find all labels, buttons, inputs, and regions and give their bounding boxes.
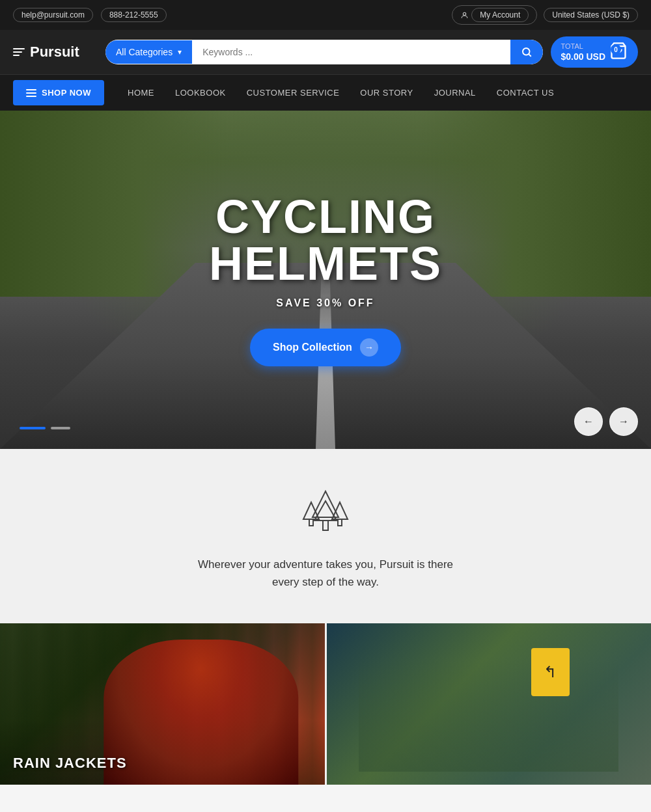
- search-bar: Pursuit All Categories TOTAL $0.00 USD 0: [0, 30, 651, 74]
- mid-tagline: Wherever your adventure takes you, Pursu…: [163, 556, 488, 591]
- user-icon: [460, 11, 469, 20]
- nav-journal[interactable]: JOURNAL: [424, 75, 486, 111]
- cart-badge: 0: [611, 44, 621, 55]
- svg-rect-6: [323, 521, 328, 530]
- hero-title: CYCLING HELMETS: [209, 193, 442, 287]
- account-link[interactable]: My Account: [452, 5, 537, 25]
- products-section: RAIN JACKETS ↰: [0, 623, 651, 785]
- top-bar-left: help@pursuit.com 888-212-5555: [13, 8, 167, 22]
- road-sign: ↰: [531, 648, 570, 696]
- shop-collection-button[interactable]: Shop Collection →: [250, 329, 401, 366]
- nav-bar: SHOP NOW HOME LOOKBOOK CUSTOMER SERVICE …: [0, 74, 651, 111]
- hero-section: CYCLING HELMETS SAVE 30% OFF Shop Collec…: [0, 111, 651, 449]
- email-link[interactable]: help@pursuit.com: [13, 8, 93, 22]
- search-button[interactable]: [510, 40, 543, 64]
- nature-icon: [299, 488, 352, 540]
- nav-links: HOME LOOKBOOK CUSTOMER SERVICE OUR STORY…: [117, 75, 564, 111]
- shop-now-button[interactable]: SHOP NOW: [13, 80, 104, 105]
- cyclists-bg: [359, 659, 618, 772]
- slider-arrows: ← →: [574, 407, 638, 436]
- slide-dot-1[interactable]: [20, 427, 46, 429]
- nav-home[interactable]: HOME: [117, 75, 165, 111]
- hamburger-icon: [26, 89, 36, 97]
- search-icon: [521, 46, 533, 58]
- nav-our-story[interactable]: OUR STORY: [350, 75, 423, 111]
- category-dropdown[interactable]: All Categories: [105, 40, 192, 64]
- cart-labels: TOTAL $0.00 USD: [561, 42, 605, 61]
- cta-arrow-icon: →: [360, 338, 378, 357]
- person-silhouette: [104, 640, 299, 785]
- phone-link[interactable]: 888-212-5555: [101, 8, 167, 22]
- search-input[interactable]: [192, 40, 510, 64]
- svg-line-2: [529, 54, 531, 56]
- brand-name: Pursuit: [30, 44, 79, 61]
- svg-point-0: [464, 12, 466, 15]
- mid-section: Wherever your adventure takes you, Pursu…: [0, 449, 651, 623]
- svg-rect-8: [309, 519, 313, 526]
- top-bar: help@pursuit.com 888-212-5555 My Account…: [0, 0, 651, 30]
- brand-icon: [13, 48, 25, 56]
- cycling-card[interactable]: ↰: [325, 623, 652, 785]
- svg-rect-10: [338, 519, 342, 526]
- svg-point-1: [523, 48, 530, 55]
- nav-lookbook[interactable]: LOOKBOOK: [165, 75, 236, 111]
- cart-button[interactable]: TOTAL $0.00 USD 0: [551, 36, 638, 68]
- rain-jackets-label: RAIN JACKETS: [13, 755, 127, 772]
- brand-logo[interactable]: Pursuit: [13, 44, 91, 61]
- region-selector[interactable]: United States (USD $): [544, 8, 638, 22]
- slider-indicators: [20, 427, 70, 429]
- hero-content: CYCLING HELMETS SAVE 30% OFF Shop Collec…: [209, 193, 442, 366]
- rain-jackets-card[interactable]: RAIN JACKETS: [0, 623, 325, 785]
- prev-arrow-button[interactable]: ←: [574, 407, 603, 436]
- search-wrapper: All Categories: [105, 40, 543, 64]
- nav-customer-service[interactable]: CUSTOMER SERVICE: [236, 75, 350, 111]
- hero-subtitle: SAVE 30% OFF: [209, 297, 442, 309]
- nav-contact-us[interactable]: CONTACT US: [486, 75, 564, 111]
- slide-dot-2[interactable]: [51, 427, 70, 429]
- top-bar-right: My Account United States (USD $): [452, 5, 638, 25]
- next-arrow-button[interactable]: →: [609, 407, 638, 436]
